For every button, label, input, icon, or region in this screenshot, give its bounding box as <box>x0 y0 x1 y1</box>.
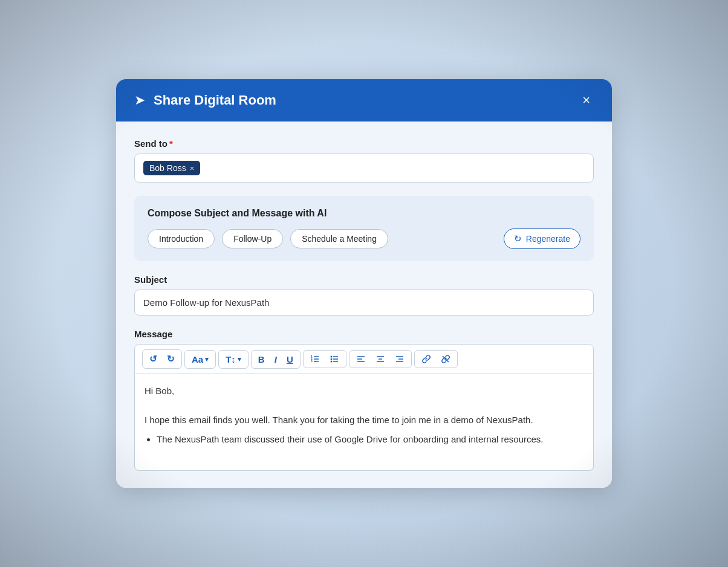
message-bullet-1: The NexusPath team discussed their use o… <box>157 432 583 447</box>
share-digital-room-modal: ➤ Share Digital Room × Send to* Bob Ross… <box>116 79 612 488</box>
chip-schedule-meeting[interactable]: Schedule a Meeting <box>290 229 388 248</box>
ai-compose-title: Compose Subject and Message with AI <box>148 208 580 219</box>
message-body: I hope this email finds you well. Thank … <box>145 413 583 427</box>
font-size-chevron: ▾ <box>238 355 241 363</box>
send-to-input[interactable]: Bob Ross × <box>134 154 594 183</box>
italic-button[interactable]: I <box>270 352 281 367</box>
link-button[interactable] <box>417 352 435 366</box>
message-label: Message <box>134 329 594 339</box>
svg-text:3: 3 <box>311 359 313 363</box>
recipient-remove-button[interactable]: × <box>190 164 195 173</box>
ai-compose-section: Compose Subject and Message with AI Intr… <box>134 196 594 261</box>
send-to-label: Send to* <box>134 138 594 149</box>
recipient-name: Bob Ross <box>149 163 186 173</box>
regenerate-button[interactable]: ↻ Regenerate <box>504 228 580 249</box>
subject-label: Subject <box>134 274 594 285</box>
chip-introduction[interactable]: Introduction <box>148 229 215 248</box>
font-size-group: T↕ ▾ <box>218 350 249 369</box>
unordered-list-button[interactable] <box>325 352 343 366</box>
font-family-chevron: ▾ <box>205 355 209 363</box>
modal-header: ➤ Share Digital Room × <box>116 79 612 122</box>
recipient-tag[interactable]: Bob Ross × <box>143 161 200 175</box>
svg-point-8 <box>330 361 332 363</box>
list-group: 123 <box>303 350 346 368</box>
font-family-group: Aa ▾ <box>184 350 216 369</box>
regenerate-label: Regenerate <box>526 234 570 244</box>
ai-chips-container: Introduction Follow-Up Schedule a Meetin… <box>148 228 580 249</box>
modal-body: Send to* Bob Ross × Compose Subject and … <box>116 122 612 488</box>
modal-header-left: ➤ Share Digital Room <box>134 92 276 108</box>
ordered-list-button[interactable]: 123 <box>306 352 324 366</box>
font-family-label: Aa <box>192 354 203 364</box>
background: ➤ Share Digital Room × Send to* Bob Ross… <box>0 0 728 567</box>
send-to-section: Send to* Bob Ross × <box>134 138 594 183</box>
bold-button[interactable]: B <box>254 352 269 367</box>
modal-title: Share Digital Room <box>154 92 276 108</box>
align-left-button[interactable] <box>352 352 370 366</box>
font-size-button[interactable]: T↕ ▾ <box>221 352 245 367</box>
message-toolbar: ↺ ↻ Aa ▾ T↕ ▾ <box>134 344 594 374</box>
svg-point-7 <box>330 358 332 360</box>
message-content-area[interactable]: Hi Bob, I hope this email finds you well… <box>134 374 594 471</box>
redo-button[interactable]: ↻ <box>163 351 179 367</box>
text-format-group: B I U <box>251 350 301 369</box>
message-bullets: The NexusPath team discussed their use o… <box>157 432 583 447</box>
message-greeting: Hi Bob, <box>145 384 583 398</box>
message-section: Message ↺ ↻ Aa ▾ T↕ <box>134 329 594 471</box>
align-group <box>349 350 412 368</box>
chip-follow-up[interactable]: Follow-Up <box>222 229 283 248</box>
align-center-button[interactable] <box>371 352 389 366</box>
subject-input[interactable] <box>134 290 594 316</box>
regenerate-icon: ↻ <box>514 233 522 244</box>
svg-point-6 <box>330 356 332 358</box>
font-family-button[interactable]: Aa ▾ <box>187 352 213 367</box>
close-button[interactable]: × <box>579 92 594 108</box>
undo-button[interactable]: ↺ <box>145 351 161 367</box>
align-right-button[interactable] <box>391 352 409 366</box>
underline-button[interactable]: U <box>282 352 297 367</box>
send-icon: ➤ <box>134 92 145 108</box>
font-size-label: T↕ <box>226 354 236 364</box>
unlink-button[interactable] <box>437 352 455 366</box>
undo-redo-group: ↺ ↻ <box>142 349 182 369</box>
subject-section: Subject <box>134 274 594 316</box>
link-group <box>414 350 458 368</box>
required-indicator: * <box>169 138 173 149</box>
